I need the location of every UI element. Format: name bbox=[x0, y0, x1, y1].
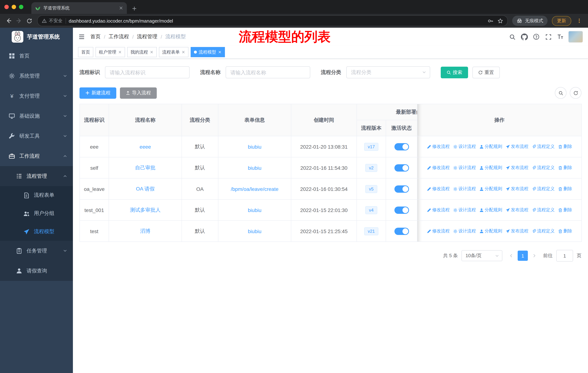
form-link[interactable]: biubiu bbox=[248, 228, 262, 234]
github-icon[interactable] bbox=[520, 33, 528, 41]
assign-rule-link[interactable]: 分配规则 bbox=[479, 207, 502, 213]
close-icon[interactable] bbox=[150, 50, 153, 54]
design-process-link[interactable]: 设计流程 bbox=[453, 186, 476, 192]
window-zoom-button[interactable] bbox=[19, 5, 23, 9]
process-definition-link[interactable]: 流程定义 bbox=[532, 143, 555, 150]
sidebar-item-user-group[interactable]: 用户分组 bbox=[0, 204, 73, 222]
process-name-link[interactable]: 测试多审批人 bbox=[130, 207, 161, 212]
process-name-link[interactable]: OA 请假 bbox=[136, 186, 155, 192]
new-tab-button[interactable] bbox=[132, 6, 137, 11]
fullscreen-icon[interactable] bbox=[544, 33, 552, 41]
process-name-input[interactable] bbox=[226, 66, 310, 78]
tag-process-form[interactable]: 流程表单 bbox=[159, 47, 189, 57]
bookmark-star-icon[interactable] bbox=[498, 18, 503, 23]
goto-page-input[interactable] bbox=[556, 250, 573, 262]
sidebar-item-system[interactable]: 系统管理 bbox=[0, 66, 73, 86]
toggle-search-button[interactable] bbox=[555, 87, 567, 99]
assign-rule-link[interactable]: 分配规则 bbox=[479, 186, 502, 192]
assign-rule-link[interactable]: 分配规则 bbox=[479, 143, 502, 150]
font-size-icon[interactable] bbox=[556, 33, 564, 41]
process-key-input[interactable] bbox=[105, 66, 189, 78]
publish-process-link[interactable]: 发布流程 bbox=[505, 186, 528, 192]
window-minimize-button[interactable] bbox=[12, 5, 16, 9]
design-process-link[interactable]: 设计流程 bbox=[453, 143, 476, 150]
active-toggle[interactable] bbox=[394, 143, 409, 150]
form-link[interactable]: biubiu bbox=[248, 165, 262, 171]
sidebar-item-process-mgmt[interactable]: 流程管理 bbox=[0, 166, 73, 186]
delete-link[interactable]: 删除 bbox=[558, 143, 572, 150]
design-process-link[interactable]: 设计流程 bbox=[453, 207, 476, 213]
category-select[interactable]: 流程分类 bbox=[346, 66, 430, 78]
close-icon[interactable] bbox=[181, 50, 185, 54]
form-link[interactable]: biubiu bbox=[248, 144, 262, 150]
assign-rule-link[interactable]: 分配规则 bbox=[479, 228, 502, 234]
active-toggle[interactable] bbox=[394, 185, 409, 192]
modify-process-link[interactable]: 修改流程 bbox=[427, 165, 450, 171]
password-key-icon[interactable] bbox=[488, 18, 493, 23]
sidebar-item-infra[interactable]: 基础设施 bbox=[0, 106, 73, 126]
browser-menu-icon[interactable] bbox=[574, 16, 584, 26]
sidebar-item-workflow[interactable]: 工作流程 bbox=[0, 146, 73, 166]
active-toggle[interactable] bbox=[394, 164, 409, 171]
active-toggle[interactable] bbox=[394, 206, 409, 214]
active-toggle[interactable] bbox=[394, 227, 409, 235]
delete-link[interactable]: 删除 bbox=[558, 228, 572, 234]
tab-close-icon[interactable] bbox=[119, 6, 123, 10]
sidebar-item-leave-query[interactable]: 请假查询 bbox=[0, 261, 73, 281]
close-icon[interactable] bbox=[218, 50, 222, 54]
breadcrumb-workflow[interactable]: 工作流程 bbox=[109, 33, 129, 40]
design-process-link[interactable]: 设计流程 bbox=[453, 165, 476, 171]
delete-link[interactable]: 删除 bbox=[558, 165, 572, 171]
import-process-button[interactable]: 导入流程 bbox=[120, 87, 157, 99]
modify-process-link[interactable]: 修改流程 bbox=[427, 228, 450, 234]
close-icon[interactable] bbox=[118, 50, 122, 54]
browser-tab[interactable]: 芋道管理系统 bbox=[31, 2, 127, 14]
forward-icon[interactable] bbox=[14, 16, 24, 26]
security-chip[interactable]: 不安全 bbox=[42, 18, 63, 24]
update-button[interactable]: 更新 bbox=[552, 16, 571, 26]
sidebar-toggle-icon[interactable] bbox=[73, 33, 90, 40]
process-definition-link[interactable]: 流程定义 bbox=[532, 207, 555, 213]
sidebar-item-process-model[interactable]: 流程模型 bbox=[0, 222, 73, 241]
form-link[interactable]: /bpm/oa/leave/create bbox=[231, 186, 279, 192]
refresh-table-button[interactable] bbox=[570, 87, 581, 99]
tag-process-model[interactable]: 流程模型 bbox=[191, 47, 225, 57]
address-bar[interactable]: 不安全 dashboard.yudao.iocoder.cn/bpm/manag… bbox=[37, 15, 508, 26]
design-process-link[interactable]: 设计流程 bbox=[453, 228, 476, 234]
back-icon[interactable] bbox=[4, 16, 14, 26]
assign-rule-link[interactable]: 分配规则 bbox=[479, 165, 502, 171]
create-process-button[interactable]: 新建流程 bbox=[79, 87, 116, 99]
publish-process-link[interactable]: 发布流程 bbox=[505, 228, 528, 234]
breadcrumb-home[interactable]: 首页 bbox=[90, 33, 101, 40]
sidebar-item-home[interactable]: 首页 bbox=[0, 46, 73, 66]
search-icon[interactable] bbox=[508, 33, 516, 41]
reset-button[interactable]: 重置 bbox=[472, 67, 500, 78]
tag-home[interactable]: 首页 bbox=[78, 47, 93, 57]
process-definition-link[interactable]: 流程定义 bbox=[532, 186, 555, 192]
process-definition-link[interactable]: 流程定义 bbox=[532, 165, 555, 171]
process-definition-link[interactable]: 流程定义 bbox=[532, 228, 555, 234]
process-name-link[interactable]: 自己审批 bbox=[135, 164, 156, 170]
form-link[interactable]: biubiu bbox=[248, 207, 262, 213]
sidebar-item-devtools[interactable]: 研发工具 bbox=[0, 126, 73, 146]
help-icon[interactable] bbox=[532, 33, 540, 41]
sidebar-item-process-form[interactable]: 流程表单 bbox=[0, 186, 73, 204]
modify-process-link[interactable]: 修改流程 bbox=[427, 207, 450, 213]
incognito-badge[interactable]: 无痕模式 bbox=[512, 16, 547, 26]
delete-link[interactable]: 删除 bbox=[558, 207, 572, 213]
next-page-button[interactable] bbox=[529, 251, 539, 261]
breadcrumb-process-mgmt[interactable]: 流程管理 bbox=[137, 33, 158, 40]
delete-link[interactable]: 删除 bbox=[558, 186, 572, 192]
sidebar-item-payment[interactable]: ¥ 支付管理 bbox=[0, 86, 73, 106]
page-size-select[interactable]: 10条/页 bbox=[462, 250, 502, 261]
reload-icon[interactable] bbox=[24, 16, 34, 26]
avatar[interactable] bbox=[568, 31, 583, 43]
search-button[interactable]: 搜索 bbox=[441, 67, 468, 78]
prev-page-button[interactable] bbox=[506, 251, 516, 261]
modify-process-link[interactable]: 修改流程 bbox=[427, 143, 450, 150]
modify-process-link[interactable]: 修改流程 bbox=[427, 186, 450, 192]
process-name-link[interactable]: 滔博 bbox=[140, 228, 150, 234]
current-page-button[interactable]: 1 bbox=[518, 251, 528, 261]
publish-process-link[interactable]: 发布流程 bbox=[505, 143, 528, 150]
publish-process-link[interactable]: 发布流程 bbox=[505, 207, 528, 213]
